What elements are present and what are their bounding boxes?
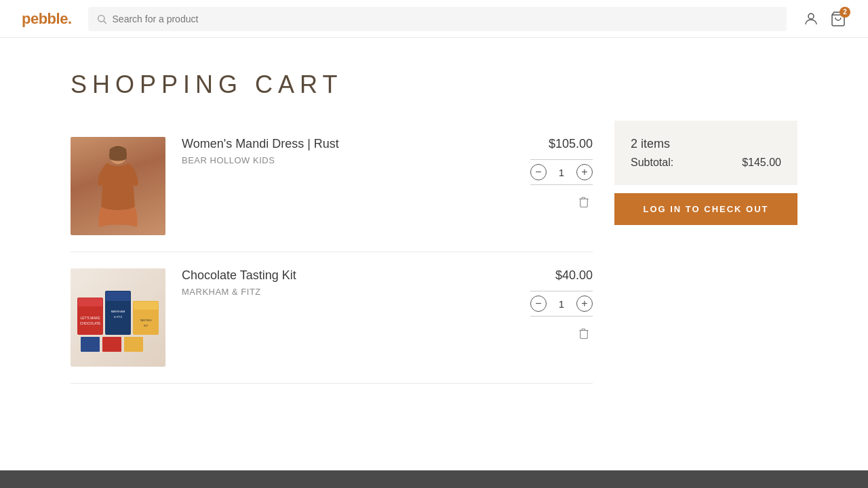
page-title: SHOPPING CART	[71, 70, 797, 99]
item-price-qty: $40.00 − 1 +	[530, 268, 593, 342]
item-details: Chocolate Tasting Kit MARKHAM & FITZ	[182, 268, 514, 297]
logo[interactable]: pebble.	[22, 10, 72, 28]
search-bar	[88, 7, 787, 31]
cart-item: Women's Mandi Dress | Rust Bear Hollow K…	[71, 121, 593, 252]
qty-decrease-button[interactable]: −	[530, 296, 547, 312]
user-account-button[interactable]	[803, 11, 819, 27]
svg-rect-17	[81, 337, 100, 352]
item-brand: MARKHAM & FITZ	[182, 287, 514, 297]
cart-summary: 2 items Subtotal: $145.00 LOG IN TO CHEC…	[614, 121, 797, 225]
cart-button[interactable]: 2	[830, 11, 846, 27]
subtotal-label: Subtotal:	[631, 157, 673, 169]
delete-item-button[interactable]	[575, 325, 593, 342]
summary-box: 2 items Subtotal: $145.00	[614, 121, 797, 185]
svg-rect-14	[134, 302, 158, 310]
header-icons: 2	[803, 11, 846, 27]
summary-item-count: 2 items	[631, 137, 781, 151]
svg-line-1	[104, 21, 106, 24]
item-name: Women's Mandi Dress | Rust	[182, 137, 514, 151]
main-content: SHOPPING CART	[27, 38, 841, 416]
qty-value: 1	[555, 298, 568, 310]
item-name: Chocolate Tasting Kit	[182, 268, 514, 283]
cart-items-list: Women's Mandi Dress | Rust Bear Hollow K…	[71, 121, 593, 384]
quantity-control: − 1 +	[530, 291, 593, 317]
svg-rect-18	[102, 337, 121, 352]
summary-subtotal: Subtotal: $145.00	[631, 157, 781, 169]
svg-rect-6	[78, 298, 102, 306]
item-price: $40.00	[555, 268, 593, 283]
qty-increase-button[interactable]: +	[576, 296, 593, 312]
checkout-button[interactable]: LOG IN TO CHECK OUT	[614, 193, 797, 225]
svg-point-2	[808, 14, 814, 19]
svg-text:LET'S MAKE: LET'S MAKE	[80, 316, 100, 320]
item-price: $105.00	[549, 137, 593, 151]
footer: CUSTOMERS Log in Sign up Blog MERCHANTS …	[0, 470, 868, 488]
item-image-choc: LET'S MAKE CHOCOLATE MARKHAM & FITZ TAST…	[71, 268, 165, 367]
svg-rect-19	[124, 337, 143, 352]
svg-text:KIT: KIT	[144, 324, 149, 327]
item-image-dress	[71, 137, 165, 235]
qty-value: 1	[555, 167, 568, 178]
svg-text:& FITZ: & FITZ	[114, 315, 123, 319]
search-input[interactable]	[113, 14, 778, 24]
cart-item: LET'S MAKE CHOCOLATE MARKHAM & FITZ TAST…	[71, 252, 593, 384]
qty-decrease-button[interactable]: −	[530, 164, 547, 180]
quantity-control: − 1 +	[530, 159, 593, 185]
header: pebble. 2	[0, 0, 868, 38]
subtotal-value: $145.00	[742, 157, 781, 169]
qty-increase-button[interactable]: +	[576, 164, 593, 180]
svg-text:MARKHAM: MARKHAM	[111, 310, 125, 313]
delete-item-button[interactable]	[575, 193, 593, 211]
search-icon	[96, 14, 107, 24]
cart-layout: Women's Mandi Dress | Rust Bear Hollow K…	[71, 121, 797, 384]
svg-text:CHOCOLATE: CHOCOLATE	[80, 321, 101, 325]
svg-text:TASTING: TASTING	[140, 319, 151, 322]
item-brand: Bear Hollow Kids	[182, 155, 514, 165]
item-details: Women's Mandi Dress | Rust Bear Hollow K…	[182, 137, 514, 165]
cart-badge: 2	[840, 7, 850, 18]
item-price-qty: $105.00 − 1 +	[530, 137, 593, 211]
svg-point-0	[98, 15, 104, 21]
svg-rect-10	[106, 291, 130, 301]
